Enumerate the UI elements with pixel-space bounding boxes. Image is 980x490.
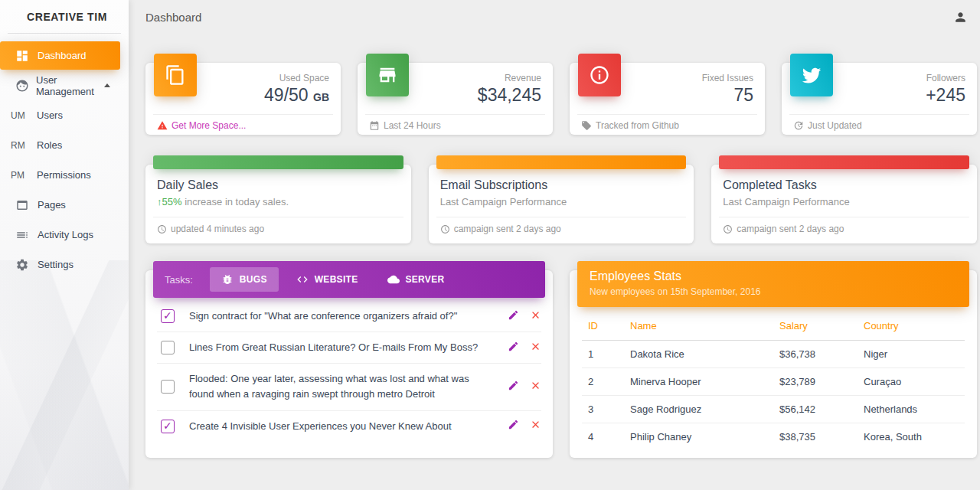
chart-header-bar — [153, 155, 403, 169]
sidebar-item-label: Pages — [38, 199, 66, 211]
sidebar-item-users[interactable]: UM Users — [0, 101, 129, 129]
edit-icon[interactable] — [508, 309, 519, 324]
column-header-country: Country — [858, 312, 965, 341]
cloud-icon — [387, 273, 400, 286]
chart-title: Email Subscriptions — [440, 178, 683, 192]
chart-card-email-subscriptions: Email Subscriptions Last Campaign Perfor… — [429, 165, 694, 243]
info-icon — [578, 54, 621, 96]
edit-icon[interactable] — [508, 380, 519, 394]
chart-subtitle: Last Campaign Performance — [440, 196, 683, 207]
sidebar-item-label: Users — [37, 109, 63, 121]
code-icon — [296, 273, 309, 286]
sidebar-item-permissions[interactable]: PM Permissions — [0, 161, 129, 189]
task-checkbox[interactable] — [161, 309, 175, 323]
task-row: Sign contract for "What are conference o… — [157, 301, 541, 332]
task-checkbox[interactable] — [161, 380, 175, 394]
mini-label: PM — [11, 170, 31, 181]
sidebar-nav: Dashboard User Management UM Users RM Ro… — [0, 34, 129, 279]
chart-header-bar — [436, 155, 687, 169]
face-icon — [15, 79, 29, 93]
warning-icon — [157, 120, 168, 131]
task-checkbox[interactable] — [161, 420, 175, 433]
sidebar-item-dashboard[interactable]: Dashboard — [0, 41, 120, 70]
sidebar-item-label: User Management — [36, 74, 104, 97]
task-text: Flooded: One year later, assessing what … — [189, 371, 508, 402]
edit-icon[interactable] — [508, 419, 519, 433]
table-row: 4 Philip Chaney $38,735 Korea, South — [582, 423, 965, 451]
stat-card-used-space: Used Space 49/50 GB Get More Space... — [145, 63, 341, 135]
get-more-space-link[interactable]: Get More Space... — [145, 115, 341, 131]
mini-label: UM — [11, 110, 31, 121]
tasks-header: Tasks: BUGS WEBSITE SERVER — [153, 261, 545, 298]
card-title: Employees Stats — [590, 270, 957, 283]
card-subtitle: New employees on 15th September, 2016 — [590, 286, 957, 297]
task-text: Create 4 Invisible User Experiences you … — [189, 419, 508, 434]
chart-footer: campaign sent 2 days ago — [429, 217, 694, 243]
table-row: 2 Minerva Hooper $23,789 Curaçao — [582, 368, 965, 396]
sidebar-item-label: Dashboard — [38, 50, 87, 61]
task-list: Sign contract for "What are conference o… — [145, 298, 553, 451]
copy-icon — [154, 54, 197, 96]
chart-header-bar — [719, 155, 969, 169]
employees-header: Employees Stats New employees on 15th Se… — [577, 261, 969, 307]
bug-icon — [221, 273, 234, 286]
mini-label: RM — [11, 140, 31, 151]
tasks-tab[interactable]: BUGS — [210, 267, 279, 292]
chart-card-daily-sales: Daily Sales ↑55% increase in today sales… — [145, 165, 411, 243]
clock-icon — [723, 224, 733, 234]
sidebar-item-settings[interactable]: Settings — [0, 250, 129, 279]
task-row: Flooded: One year later, assessing what … — [157, 364, 541, 410]
clock-icon — [440, 224, 450, 234]
clock-icon — [157, 224, 167, 234]
edit-icon[interactable] — [508, 341, 519, 355]
tasks-label: Tasks: — [165, 274, 193, 286]
chart-title: Daily Sales — [157, 178, 400, 192]
stat-card-followers: Followers +245 Just Updated — [782, 63, 977, 135]
sidebar-item-label: Settings — [38, 259, 74, 270]
table-header-row: ID Name Salary Country — [582, 312, 965, 341]
column-header-id: ID — [582, 312, 624, 341]
sidebar-item-activity-logs[interactable]: Activity Logs — [0, 220, 129, 249]
sidebar-item-pages[interactable]: Pages — [0, 191, 129, 219]
stat-footer: Last 24 Hours — [358, 115, 553, 131]
task-text: Lines From Great Russian Literature? Or … — [189, 340, 508, 355]
close-icon[interactable] — [530, 380, 541, 394]
task-row: Lines From Great Russian Literature? Or … — [157, 332, 541, 364]
chart-title: Completed Tasks — [723, 178, 965, 192]
top-navbar: Dashboard — [129, 0, 980, 34]
employees-stats-card: Employees Stats New employees on 15th Se… — [570, 270, 977, 458]
stat-card-revenue: Revenue $34,245 Last 24 Hours — [358, 63, 553, 135]
chart-footer: updated 4 minutes ago — [145, 217, 411, 243]
dashboard-icon — [15, 49, 31, 63]
store-icon — [366, 54, 409, 96]
chart-card-completed-tasks: Completed Tasks Last Campaign Performanc… — [711, 165, 977, 243]
stat-cards-row: Used Space 49/50 GB Get More Space... Re… — [145, 54, 977, 135]
task-row: Create 4 Invisible User Experiences you … — [157, 411, 541, 442]
tag-icon — [581, 120, 592, 131]
twitter-icon — [790, 54, 833, 96]
table-row: 1 Dakota Rice $36,738 Niger — [582, 341, 965, 368]
close-icon[interactable] — [530, 341, 541, 355]
person-icon[interactable] — [953, 10, 968, 24]
sidebar: CREATIVE TIM Dashboard User Management U… — [0, 0, 129, 490]
task-checkbox[interactable] — [161, 341, 175, 354]
sidebar-item-user-management[interactable]: User Management — [0, 71, 129, 100]
sidebar-item-label: Roles — [37, 139, 62, 151]
tasks-tab[interactable]: SERVER — [376, 267, 456, 292]
chart-footer: campaign sent 2 days ago — [711, 217, 977, 243]
chevron-up-icon — [104, 83, 110, 87]
sidebar-item-roles[interactable]: RM Roles — [0, 131, 129, 159]
close-icon[interactable] — [530, 419, 541, 433]
sidebar-item-label: Permissions — [37, 169, 91, 181]
tasks-tab[interactable]: WEBSITE — [285, 267, 370, 292]
bottom-row: Tasks: BUGS WEBSITE SERVER Sign contract… — [145, 261, 977, 458]
stat-card-fixed-issues: Fixed Issues 75 Tracked from Github — [570, 63, 765, 135]
sidebar-item-label: Activity Logs — [38, 229, 93, 240]
pages-icon — [15, 198, 31, 212]
calendar-icon — [369, 120, 380, 131]
stat-footer: Just Updated — [782, 115, 977, 131]
content: Used Space 49/50 GB Get More Space... Re… — [129, 34, 980, 458]
tasks-card: Tasks: BUGS WEBSITE SERVER Sign contract… — [145, 270, 553, 458]
column-header-salary: Salary — [773, 312, 858, 341]
close-icon[interactable] — [530, 309, 541, 324]
